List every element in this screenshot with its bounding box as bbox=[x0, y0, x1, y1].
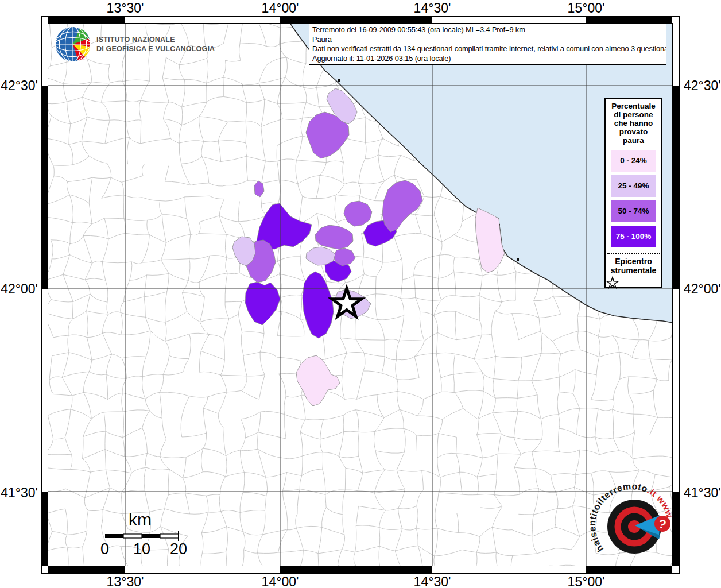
scale-tick-10: 10 bbox=[133, 540, 150, 558]
axis-label-lat: 42°30' bbox=[684, 78, 721, 94]
axis-label-lat: 41°30' bbox=[684, 485, 721, 501]
legend-class-75-100: 75 - 100% bbox=[611, 226, 656, 247]
axis-label-lon: 13°30' bbox=[107, 1, 144, 16]
ingv-name-line2: DI GEOFISICA E VULCANOLOGIA bbox=[96, 44, 215, 53]
axis-label-lon: 14°00' bbox=[262, 574, 299, 588]
axis-label-lon: 15°00' bbox=[568, 1, 605, 16]
axis-label-lat: 42°30' bbox=[1, 78, 38, 94]
axis-label-lat: 42°00' bbox=[1, 281, 38, 297]
legend-title-line: Percentuale bbox=[606, 102, 661, 110]
ingv-name-line1: ISTITUTO NAZIONALE bbox=[96, 35, 215, 44]
scale-tick-20: 20 bbox=[170, 540, 187, 558]
event-map-type: Paura bbox=[312, 35, 663, 45]
axis-label-lon: 13°30' bbox=[107, 574, 144, 588]
legend-title-line: che hanno bbox=[606, 119, 661, 127]
legend-class-50-74: 50 - 74% bbox=[611, 200, 656, 222]
legend-epicenter-line1: Epicentro bbox=[606, 257, 661, 266]
scale-unit-label: km bbox=[129, 510, 152, 529]
legend-title-line: provato bbox=[606, 127, 661, 136]
axis-label-lon: 14°30' bbox=[414, 1, 451, 16]
legend-title-line: di persone bbox=[606, 110, 661, 119]
ingv-globe-icon bbox=[54, 25, 92, 63]
legend-title-line: paura bbox=[606, 136, 661, 145]
axis-label-lon: 14°30' bbox=[414, 574, 451, 588]
legend-class-0-24: 0 - 24% bbox=[611, 150, 656, 172]
event-title: Terremoto del 16-09-2009 00:55:43 (ora l… bbox=[312, 25, 663, 35]
haisentitoilterremoto-logo[interactable]: ? haisentitoilterremoto.it www. bbox=[590, 482, 679, 572]
axis-label-lon: 14°00' bbox=[262, 1, 299, 16]
axis-label-lat: 41°30' bbox=[1, 485, 38, 501]
legend: Percentuale di persone che hanno provato… bbox=[604, 98, 662, 288]
ingv-logo: ISTITUTO NAZIONALE DI GEOFISICA E VULCAN… bbox=[54, 25, 215, 63]
hsit-map-page: 13°30' 14°00' 14°30' 15°00' 13°30' 14°00… bbox=[0, 0, 721, 588]
event-data-note: Dati non verificati estratti da 134 ques… bbox=[312, 44, 663, 54]
legend-class-25-49: 25 - 49% bbox=[611, 175, 656, 197]
legend-epicenter-line2: strumentale bbox=[606, 266, 661, 275]
scale-tick-0: 0 bbox=[100, 540, 109, 558]
event-info-box: Terremoto del 16-09-2009 00:55:43 (ora l… bbox=[309, 24, 666, 65]
legend-star-icon bbox=[606, 276, 619, 289]
axis-label-lat: 42°00' bbox=[684, 281, 721, 297]
legend-divider bbox=[607, 253, 660, 254]
axis-label-lon: 15°00' bbox=[568, 574, 605, 588]
event-updated: Aggiornato il: 11-01-2026 03:15 (ora loc… bbox=[312, 54, 663, 64]
